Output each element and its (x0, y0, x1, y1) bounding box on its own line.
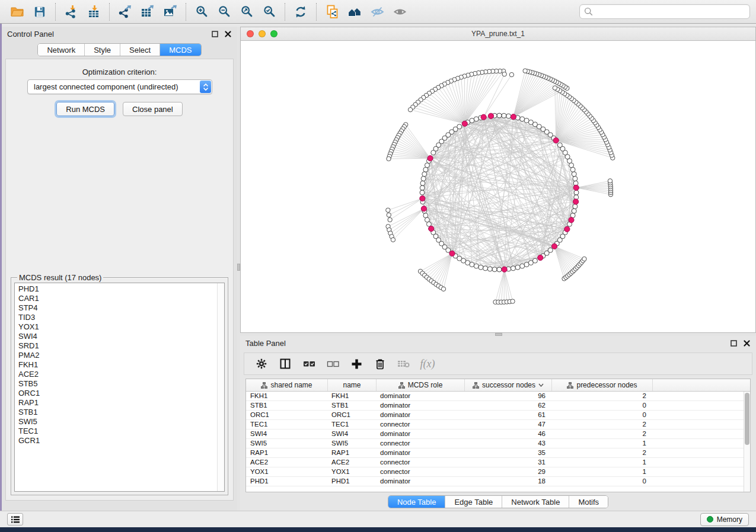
graph-hub-node[interactable] (420, 196, 425, 201)
graph-node[interactable] (574, 190, 579, 195)
export-table-button[interactable] (136, 2, 159, 22)
table-row[interactable]: TEC1TEC1connector472 (246, 420, 744, 430)
mcds-result-item[interactable]: TEC1 (15, 427, 216, 436)
select-all-button[interactable] (300, 355, 318, 373)
mcds-result-item[interactable]: PHD1 (15, 284, 216, 294)
mcds-result-item[interactable]: SWI4 (15, 332, 216, 341)
graph-hub-node[interactable] (573, 185, 579, 190)
graph-hub-node[interactable] (551, 243, 557, 249)
mcds-result-item[interactable]: GCR1 (15, 436, 216, 446)
graph-node[interactable] (479, 265, 483, 270)
show-task-history-button[interactable] (7, 513, 23, 525)
column-header-MCDS-role[interactable]: MCDS role (376, 379, 464, 391)
graph-node[interactable] (572, 209, 576, 213)
mcds-result-item[interactable]: CAR1 (15, 294, 216, 303)
float-panel-button[interactable] (210, 30, 219, 38)
graph-node[interactable] (548, 248, 553, 252)
graph-node[interactable] (524, 118, 529, 123)
graph-node[interactable] (492, 267, 497, 272)
tab-node-table[interactable]: Node Table (388, 496, 446, 508)
tab-edge-table[interactable]: Edge Table (445, 496, 502, 508)
table-row[interactable]: STB1STB1dominator620 (246, 401, 744, 411)
graph-leaf-node[interactable] (387, 213, 391, 217)
graph-node[interactable] (487, 267, 492, 271)
import-network-button[interactable] (60, 2, 82, 22)
table-row[interactable]: PHD1PHD1dominator180 (246, 477, 744, 486)
split-columns-button[interactable] (276, 355, 294, 373)
graph-hub-node[interactable] (429, 226, 434, 231)
column-header-name[interactable]: name (327, 379, 376, 391)
graph-node[interactable] (420, 185, 425, 190)
graph-node[interactable] (557, 143, 562, 148)
graph-leaf-node[interactable] (608, 179, 612, 183)
graph-hub-node[interactable] (538, 255, 543, 260)
mcds-result-item[interactable]: SWI5 (15, 417, 216, 427)
graph-node[interactable] (511, 266, 515, 271)
graph-node[interactable] (420, 190, 425, 195)
graph-node[interactable] (532, 258, 537, 263)
delete-table-button[interactable] (395, 355, 413, 373)
table-row[interactable]: SWI5SWI5connector431 (246, 439, 744, 448)
float-table-panel-button[interactable] (729, 339, 738, 347)
graph-leaf-node[interactable] (509, 72, 513, 76)
tab-select[interactable]: Select (120, 44, 160, 56)
graph-node[interactable] (497, 267, 502, 272)
tab-style[interactable]: Style (85, 44, 120, 56)
table-settings-button[interactable] (253, 355, 270, 373)
copy-network-button[interactable] (321, 2, 343, 22)
export-image-button[interactable] (159, 2, 181, 22)
graph-leaf-node[interactable] (388, 217, 392, 222)
zoom-fit-button[interactable] (235, 2, 258, 22)
mcds-result-item[interactable]: FKH1 (15, 360, 216, 370)
add-column-button[interactable] (347, 355, 365, 373)
graph-hub-node[interactable] (421, 206, 426, 211)
mcds-result-item[interactable]: STP4 (15, 303, 216, 313)
column-header-shared-name[interactable]: shared name (246, 379, 327, 391)
graph-node[interactable] (420, 181, 425, 185)
mcds-result-item[interactable]: STB1 (15, 408, 216, 417)
export-network-button[interactable] (114, 2, 136, 22)
table-row[interactable]: SWI4SWI4dominator462 (246, 430, 744, 439)
zoom-out-button[interactable] (213, 2, 235, 22)
graph-node[interactable] (421, 177, 426, 181)
graph-hub-node[interactable] (502, 267, 507, 272)
run-mcds-button[interactable]: Run MCDS (56, 102, 114, 116)
graph-hub-node[interactable] (564, 226, 570, 232)
delete-column-button[interactable] (371, 355, 389, 373)
zoom-in-button[interactable] (190, 2, 213, 22)
graph-leaf-node[interactable] (408, 107, 412, 111)
unselect-all-button[interactable] (324, 355, 342, 373)
mcds-result-item[interactable]: ACE2 (15, 370, 216, 379)
close-panel-button-mcds[interactable]: Close panel (123, 102, 183, 116)
graph-node[interactable] (431, 150, 436, 155)
graph-node[interactable] (483, 266, 488, 271)
graph-leaf-node[interactable] (386, 208, 390, 212)
mcds-result-item[interactable]: PMA2 (15, 351, 216, 360)
graph-node[interactable] (497, 113, 502, 118)
graph-hub-node[interactable] (511, 114, 516, 120)
graph-leaf-node[interactable] (523, 69, 527, 73)
close-table-panel-button[interactable] (742, 339, 751, 347)
table-row[interactable]: YOX1YOX1connector291 (246, 467, 744, 477)
graph-hub-node[interactable] (481, 114, 486, 120)
list-scrollbar[interactable] (217, 283, 224, 491)
scrollbar-thumb[interactable] (745, 393, 749, 445)
graph-leaf-node[interactable] (582, 257, 586, 261)
graph-node[interactable] (520, 264, 525, 268)
mcds-result-item[interactable]: YOX1 (15, 322, 216, 332)
tab-motifs[interactable]: Motifs (569, 496, 608, 508)
tab-network[interactable]: Network (38, 44, 85, 56)
graph-leaf-node[interactable] (502, 72, 506, 76)
hide-selected-button[interactable] (366, 2, 388, 22)
graph-node[interactable] (570, 167, 575, 172)
graph-node[interactable] (474, 117, 479, 121)
import-table-button[interactable] (82, 2, 105, 22)
tab-network-table[interactable]: Network Table (502, 496, 569, 508)
graph-node[interactable] (423, 213, 428, 218)
column-header-predecessor-nodes[interactable]: predecessor nodes (551, 379, 652, 391)
graph-hub-node[interactable] (488, 113, 493, 118)
search-input[interactable] (596, 8, 745, 16)
table-row[interactable]: FKH1FKH1dominator962 (246, 392, 744, 401)
network-graph[interactable] (241, 41, 755, 332)
graph-leaf-node[interactable] (387, 156, 391, 161)
